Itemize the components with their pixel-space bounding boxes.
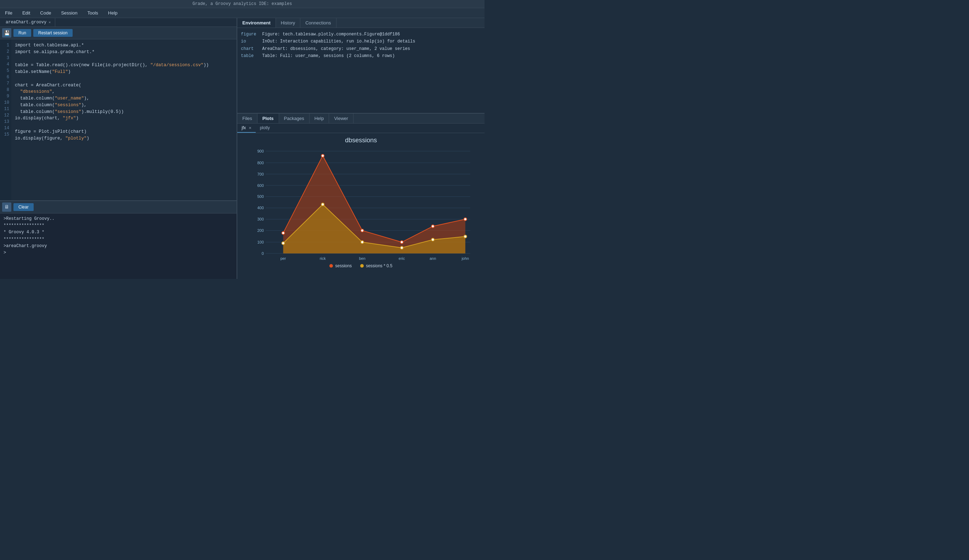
environment-content: figure Figure: tech.tablesaw.plotly.comp…: [237, 28, 484, 113]
tab-viewer[interactable]: Viewer: [329, 114, 353, 123]
environment-section: Environment History Connections figure F…: [237, 18, 484, 114]
svg-text:500: 500: [258, 195, 264, 199]
console-line-3: * Groovy 4.0.3 *: [3, 229, 233, 236]
xlabel-john: john: [461, 256, 469, 261]
chart-svg: 0 100 200 300 400 500 600 700 800 900: [245, 147, 478, 261]
dot-half-0: [282, 242, 285, 244]
tab-environment[interactable]: Environment: [237, 18, 276, 28]
console-line-4: ****************: [3, 236, 233, 243]
window-title: Grade, a Groovy analytics IDE: examples: [193, 2, 292, 7]
menu-help[interactable]: Help: [106, 10, 120, 16]
dot-sessions-4: [431, 225, 434, 228]
editor-section: areaChart.groovy ✕ 💾 Run Restart session…: [0, 18, 236, 201]
env-row-chart: chart AreaChart: dbsessions, category: u…: [241, 45, 481, 52]
env-row-table: table Table: Full: user_name, sessions (…: [241, 52, 481, 60]
code-content[interactable]: import tech.tablesaw.api.* import se.ali…: [11, 39, 236, 200]
xlabel-rick: rick: [320, 256, 326, 261]
code-editor[interactable]: 12345 678910 1112131415 import tech.tabl…: [0, 39, 236, 200]
legend-sessions: sessions: [330, 263, 352, 268]
legend-label-sessions-half: sessions * 0.5: [366, 263, 393, 268]
legend-dot-sessions: [330, 264, 333, 268]
svg-text:300: 300: [258, 217, 264, 221]
dot-half-1: [321, 203, 325, 206]
menu-file[interactable]: File: [3, 10, 15, 16]
plot-tab-plotly[interactable]: plotly: [256, 123, 274, 133]
dot-half-5: [464, 235, 467, 238]
console-line-5: >areaChart.groovy: [3, 243, 233, 249]
run-button[interactable]: Run: [13, 29, 31, 37]
console-line-1: >Restarting Groovy..: [3, 216, 233, 222]
editor-toolbar: 💾 Run Restart session: [0, 27, 236, 39]
dot-half-4: [431, 238, 434, 241]
console-icon: 🖥: [2, 203, 11, 212]
env-row-io: io InOut: Interaction capabilities, run …: [241, 38, 481, 45]
editor-tab-bar: areaChart.groovy ✕: [0, 18, 236, 27]
env-key-figure: figure: [241, 31, 259, 38]
tab-history[interactable]: History: [276, 18, 300, 28]
chart-container: dbsessions: [237, 133, 484, 279]
menu-bar: File Edit Code Session Tools Help: [0, 8, 484, 18]
env-key-io: io: [241, 38, 259, 45]
menu-tools[interactable]: Tools: [85, 10, 100, 16]
plot-tab-jfx-close[interactable]: ✕: [249, 126, 251, 130]
menu-code[interactable]: Code: [38, 10, 53, 16]
svg-text:0: 0: [262, 251, 264, 256]
left-panel: areaChart.groovy ✕ 💾 Run Restart session…: [0, 18, 237, 279]
editor-tab-close-icon[interactable]: ✕: [48, 20, 51, 25]
dot-sessions-2: [361, 229, 364, 232]
menu-edit[interactable]: Edit: [20, 10, 32, 16]
plot-section: Files Plots Packages Help Viewer jfx ✕ p…: [237, 114, 484, 279]
title-bar: Grade, a Groovy analytics IDE: examples: [0, 0, 484, 8]
console-toolbar: 🖥 Clear: [0, 201, 236, 213]
legend-sessions-half: sessions * 0.5: [360, 263, 393, 268]
env-row-figure: figure Figure: tech.tablesaw.plotly.comp…: [241, 31, 481, 38]
env-key-table: table: [241, 52, 259, 60]
dot-half-2: [361, 241, 364, 244]
plot-panel-tabs: Files Plots Packages Help Viewer: [237, 114, 484, 123]
env-val-figure: Figure: tech.tablesaw.plotly.components.…: [262, 31, 400, 38]
editor-tab-label: areaChart.groovy: [6, 20, 47, 25]
tab-connections[interactable]: Connections: [300, 18, 336, 28]
xlabel-ann: ann: [430, 256, 436, 261]
env-val-table: Table: Full: user_name, sessions (2 colu…: [262, 52, 395, 60]
svg-text:600: 600: [258, 183, 264, 188]
svg-text:900: 900: [258, 149, 264, 153]
legend-dot-sessions-half: [360, 264, 364, 268]
save-icon[interactable]: 💾: [2, 28, 11, 38]
dot-sessions-3: [401, 241, 403, 244]
dot-sessions-5: [464, 218, 467, 221]
main-layout: areaChart.groovy ✕ 💾 Run Restart session…: [0, 18, 484, 279]
env-key-chart: chart: [241, 45, 259, 52]
svg-text:400: 400: [258, 206, 264, 210]
tab-packages[interactable]: Packages: [279, 114, 310, 123]
right-panel: Environment History Connections figure F…: [237, 18, 484, 279]
tab-plots[interactable]: Plots: [258, 114, 279, 123]
chart-title: dbsessions: [345, 137, 377, 144]
svg-text:800: 800: [258, 161, 264, 165]
svg-text:100: 100: [258, 240, 264, 244]
xlabel-per: per: [280, 256, 286, 261]
plot-tab-jfx[interactable]: jfx ✕: [237, 123, 255, 133]
tab-help[interactable]: Help: [310, 114, 330, 123]
env-val-chart: AreaChart: dbsessions, category: user_na…: [262, 45, 410, 52]
env-val-io: InOut: Interaction capabilities, run io.…: [262, 38, 415, 45]
dot-half-3: [401, 246, 403, 249]
legend-label-sessions: sessions: [335, 263, 352, 268]
svg-text:700: 700: [258, 172, 264, 176]
plot-sub-tabs: jfx ✕ plotly: [237, 123, 484, 133]
editor-tab-areachart[interactable]: areaChart.groovy ✕: [2, 18, 55, 27]
console-section: 🖥 Clear >Restarting Groovy.. ***********…: [0, 201, 236, 279]
environment-panel-tabs: Environment History Connections: [237, 18, 484, 28]
console-line-2: ****************: [3, 222, 233, 229]
clear-button[interactable]: Clear: [13, 203, 34, 211]
console-output: >Restarting Groovy.. **************** * …: [0, 213, 236, 279]
chart-legend: sessions sessions * 0.5: [330, 263, 392, 268]
line-numbers: 12345 678910 1112131415: [0, 39, 11, 200]
tab-files[interactable]: Files: [237, 114, 257, 123]
menu-session[interactable]: Session: [59, 10, 79, 16]
restart-session-button[interactable]: Restart session: [33, 29, 73, 37]
xlabel-eric: eric: [399, 256, 405, 261]
xlabel-ben: ben: [359, 256, 366, 261]
console-line-6: >: [3, 249, 233, 256]
dot-sessions-1: [321, 155, 325, 157]
